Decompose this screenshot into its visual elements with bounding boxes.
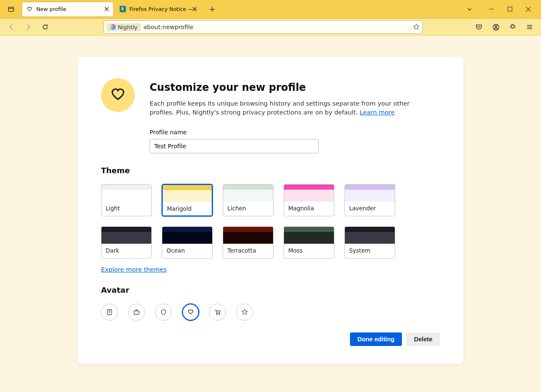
content-area: Customize your new profile Each profile … [0, 36, 541, 376]
learn-more-link[interactable]: Learn more [360, 109, 395, 116]
star-icon [241, 309, 248, 316]
profile-card: Customize your new profile Each profile … [78, 57, 463, 364]
identity-label: Nightly [118, 24, 137, 30]
url-bar[interactable]: Nightly about:newprofile [104, 20, 423, 34]
theme-label: Terracotta [223, 244, 273, 254]
theme-label: Light [101, 201, 151, 212]
close-window-button[interactable] [519, 1, 538, 17]
theme-label: Marigold [163, 202, 212, 212]
done-editing-button[interactable]: Done editing [350, 332, 402, 346]
theme-label: Lichen [223, 201, 273, 212]
maximize-button[interactable] [500, 1, 519, 17]
page-title: Customize your new profile [150, 82, 429, 93]
avatar-row [101, 304, 440, 321]
svg-point-7 [219, 314, 220, 315]
svg-point-3 [495, 25, 497, 27]
avatar-briefcase-icon[interactable] [128, 304, 145, 321]
theme-moss[interactable]: Moss [284, 226, 334, 259]
svg-rect-0 [8, 7, 14, 11]
theme-marigold[interactable]: Marigold [162, 184, 213, 216]
theme-lichen[interactable]: Lichen [223, 184, 273, 216]
identity-box[interactable]: Nightly [107, 23, 141, 31]
tab-new-profile[interactable]: New profile [22, 2, 113, 16]
firefox-icon [110, 24, 116, 30]
svg-rect-1 [508, 7, 512, 11]
close-icon[interactable] [102, 5, 111, 14]
theme-heading: Theme [101, 166, 440, 175]
app-menu-button[interactable] [522, 21, 537, 33]
bookmark-star-icon[interactable] [413, 24, 420, 30]
book-icon [106, 309, 113, 316]
theme-ocean[interactable]: Ocean [162, 226, 213, 259]
theme-label: Magnolia [284, 201, 334, 212]
extensions-button[interactable] [505, 21, 520, 33]
svg-rect-5 [134, 311, 139, 314]
svg-point-6 [216, 314, 217, 315]
recent-browsing-button[interactable] [3, 3, 19, 16]
avatar-star-icon[interactable] [236, 304, 253, 321]
shield-icon [160, 309, 167, 316]
profile-name-label: Profile name [150, 129, 429, 136]
minimize-button[interactable] [482, 1, 500, 17]
pocket-button[interactable] [472, 21, 486, 33]
explore-themes-link[interactable]: Explore more themes [101, 266, 167, 273]
tab-firefox-privacy[interactable]: S Firefox Privacy Notice — Mozilla [115, 2, 201, 16]
avatar-cart-icon[interactable] [209, 304, 226, 321]
page-description: Each profile keeps its unique browsing h… [150, 99, 429, 117]
profile-avatar-preview [101, 78, 135, 112]
titlebar: New profile S Firefox Privacy Notice — M… [0, 0, 541, 19]
reload-button[interactable] [38, 21, 52, 33]
theme-label: Dark [101, 244, 151, 254]
theme-label: Moss [284, 244, 334, 254]
tab-label: New profile [36, 6, 66, 12]
theme-terracotta[interactable]: Terracotta [223, 226, 273, 259]
url-text: about:newprofile [143, 24, 410, 30]
profile-name-input[interactable] [150, 139, 319, 153]
close-icon[interactable] [190, 5, 199, 14]
theme-magnolia[interactable]: Magnolia [284, 184, 334, 216]
heart-icon [26, 6, 33, 13]
forward-button[interactable] [21, 21, 36, 33]
nav-toolbar: Nightly about:newprofile [0, 19, 541, 36]
theme-lavender[interactable]: Lavender [344, 184, 395, 216]
back-button[interactable] [4, 21, 19, 33]
avatar-book-icon[interactable] [101, 304, 118, 321]
theme-light[interactable]: Light [101, 184, 152, 216]
delete-button[interactable]: Delete [406, 332, 440, 346]
theme-dark[interactable]: Dark [101, 226, 152, 259]
avatar-heart-icon[interactable] [182, 304, 199, 321]
theme-label: Lavender [345, 201, 395, 212]
tab-label: Firefox Privacy Notice — Mozilla [129, 6, 193, 12]
heart-icon [187, 309, 194, 316]
theme-label: System [345, 244, 395, 254]
list-tabs-button[interactable] [462, 3, 477, 16]
briefcase-icon [133, 309, 140, 316]
theme-label: Ocean [162, 244, 212, 254]
cart-icon [214, 309, 221, 316]
avatar-shield-icon[interactable] [155, 304, 172, 321]
new-tab-button[interactable] [205, 3, 219, 16]
mozilla-icon: S [119, 6, 126, 13]
account-button[interactable] [489, 21, 503, 33]
avatar-heading: Avatar [101, 286, 440, 294]
theme-system[interactable]: System [344, 226, 395, 259]
themes-grid: LightMarigoldLichenMagnoliaLavenderDarkO… [101, 184, 440, 259]
